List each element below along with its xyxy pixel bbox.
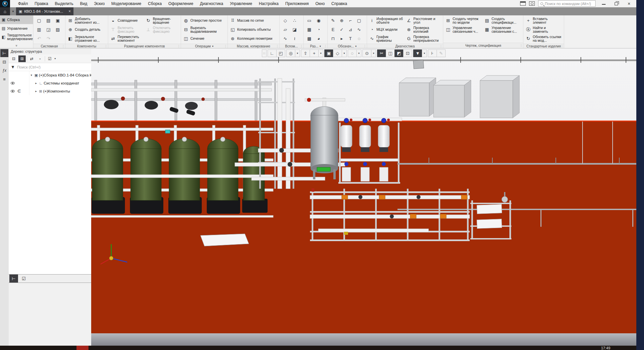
tree-numbered-view-button[interactable]: ⊟ [10, 55, 17, 62]
mode-management[interactable]: ▤Управление [0, 24, 33, 33]
menu-diagnostics[interactable]: Диагностика [197, 0, 227, 7]
undo-button[interactable]: ↶ [34, 34, 44, 43]
open-document-button[interactable]: ▤ [44, 16, 53, 25]
menu-help[interactable]: Справка [328, 0, 350, 7]
section-grip[interactable]: ⋮ [62, 45, 64, 48]
appearance-button[interactable]: ⊙ [362, 49, 371, 57]
unfix-component-button[interactable]: ⊥Отключить фиксацию [145, 25, 180, 34]
obz-datum-button[interactable]: ⊕ [337, 16, 346, 25]
curvature-graph-button[interactable]: ∿График кривизны [368, 34, 405, 43]
manage-spec-button[interactable]: ▦Управление связанными с... [483, 25, 522, 34]
section-view-button[interactable]: ◩ [394, 49, 404, 57]
menu-view[interactable]: Вид [76, 0, 91, 7]
zoom-dropdown-arrow[interactable]: ▾ [295, 49, 300, 57]
mode-assembly[interactable]: ▣Сборка [0, 15, 33, 24]
filter-funnel-icon[interactable]: ▼ [11, 64, 15, 69]
section-grip[interactable]: ⋮ [224, 45, 227, 48]
document-tab[interactable]: ▣ КВО.1-84 - Установк... × [16, 7, 73, 15]
tab-list-dropdown[interactable]: ▾ [10, 7, 16, 15]
raz-hatch-button[interactable]: ▩ [305, 34, 314, 43]
close-button[interactable]: × [624, 0, 634, 7]
menu-layout[interactable]: Оформление [165, 0, 196, 7]
command-search-input[interactable] [545, 2, 593, 6]
obz-doc-button[interactable]: ▢ [355, 16, 363, 25]
obz-shelf-button[interactable]: ⊓ [329, 34, 337, 43]
gray-box[interactable] [480, 75, 519, 118]
distance-angle-button[interactable]: ∠Расстояние и угол [405, 16, 442, 25]
section-grip[interactable]: ⋮ [363, 45, 366, 48]
panel-menu-button[interactable]: ≡ [0, 75, 8, 83]
toolbar-grip[interactable]: ∷ [262, 49, 267, 57]
crane-standard-button[interactable]: ⊦ [428, 49, 437, 57]
aux-points-button[interactable]: ∴ [290, 16, 299, 25]
ghost-display-button[interactable]: ◌ [348, 49, 357, 57]
appearance-dropdown-arrow[interactable]: ▾ [371, 49, 376, 57]
taskbar-app-indicator[interactable] [76, 346, 89, 350]
tree-structure-view-button[interactable]: ⊞ [18, 55, 26, 62]
green-valve[interactable] [317, 167, 330, 171]
visibility-eye-icon[interactable] [11, 82, 15, 84]
presentation-mode-icon[interactable] [529, 1, 535, 6]
gray-box[interactable] [434, 80, 471, 117]
section-dropdown-arrow[interactable]: ▾ [212, 45, 213, 48]
save-button[interactable]: ▣ [53, 16, 62, 25]
raz-grid-button[interactable]: ▦ [305, 25, 314, 34]
ghost-dropdown-arrow[interactable]: ▾ [356, 49, 361, 57]
obz-flag-button[interactable]: ▸ [337, 34, 346, 43]
white-tray[interactable] [200, 234, 249, 246]
menu-window[interactable]: Окно [312, 0, 328, 7]
raz-ink-button[interactable]: ◉ [314, 16, 323, 25]
menu-select[interactable]: Выделить [51, 0, 76, 7]
collision-check-button[interactable]: ⊗Проверка коллизий [405, 25, 442, 34]
section-grip[interactable]: ⋮ [276, 45, 279, 48]
collapse-ribbon-chevron[interactable]: » [15, 45, 18, 47]
cut-extrude-button[interactable]: ⊟Вырезать выдавливанием [182, 25, 226, 34]
tree-filter-dropdown[interactable]: ▾ [54, 57, 56, 60]
section-grip[interactable]: ⋮ [560, 45, 563, 48]
section-dropdown-arrow[interactable]: ▾ [355, 45, 356, 48]
menu-settings[interactable]: Настройка [256, 0, 282, 7]
parameters-panel-tab[interactable]: ⊟ [0, 58, 8, 66]
tree-panel-tab[interactable]: ⊢ [0, 49, 8, 57]
mass-properties-button[interactable]: ◔МЦХ модели [368, 25, 405, 34]
menu-applications[interactable]: Приложения [282, 0, 312, 7]
visibility-eye-icon[interactable] [11, 90, 15, 93]
redo-button[interactable]: ↷ [44, 34, 53, 43]
raz-swirl-button[interactable]: ◕ [314, 34, 323, 43]
3d-viewport[interactable]: ∷ ∟ ◰ ◎ ▾ ⇧ + ▾ ▣ ◇ ▾ ◌ ▾ ⊙ ▾ ✂ ◫ [91, 48, 636, 346]
simple-hole-button[interactable]: ◍Отверстие простое [182, 16, 226, 25]
print-button[interactable]: ▥ [34, 25, 44, 34]
turquoise-valve[interactable] [165, 130, 170, 133]
tab-structure[interactable]: ⊢ [9, 275, 18, 283]
obz-extra-button[interactable]: ◌ [355, 34, 363, 43]
red-valve[interactable] [307, 98, 311, 102]
save-as-button[interactable]: ▨ [53, 25, 62, 34]
kompas-logo-icon[interactable]: K [0, 0, 10, 7]
obz-corner-button[interactable]: ⌐ [346, 16, 355, 25]
menu-file[interactable]: Файл [15, 0, 31, 7]
tree-selection-box-button[interactable]: ▫ [36, 55, 44, 62]
aux-plane-button[interactable]: ◇ [281, 16, 290, 25]
obz-pencil-button[interactable]: ✎ [329, 16, 337, 25]
section-button[interactable]: ◫Сечение [182, 34, 226, 43]
menu-management[interactable]: Управление [226, 0, 256, 7]
3d-scene[interactable] [91, 48, 636, 346]
orientation-button[interactable]: ⇧ [301, 49, 310, 57]
pump-column[interactable] [341, 118, 352, 181]
orientation-dropdown-arrow[interactable]: ▾ [318, 49, 323, 57]
annotation-pen-button[interactable]: ✎ [437, 49, 446, 57]
section-grip[interactable]: ⋮ [300, 45, 303, 48]
expand-arrow-icon[interactable]: ▸ [34, 81, 38, 85]
obz-base-button[interactable]: Е [329, 25, 337, 34]
object-info-button[interactable]: iИнформация об объекте [368, 16, 405, 25]
variables-panel-tab[interactable]: ƒx [0, 66, 8, 74]
collapse-arrow-icon[interactable]: ▾ [29, 73, 33, 77]
copy-objects-button[interactable]: ◱Копировать объекты [229, 25, 278, 34]
section-grip[interactable]: ⋮ [177, 45, 180, 48]
home-tab-button[interactable]: ⌂ [0, 7, 10, 15]
zoom-button[interactable]: ◎ [286, 49, 295, 57]
restore-button[interactable] [612, 0, 621, 7]
aux-plane2-button[interactable]: ▱ [281, 25, 290, 34]
clip-plane-button[interactable]: ◫ [386, 49, 395, 57]
geometry-collection-button[interactable]: ⊛Коллекция геометрии [229, 34, 278, 43]
